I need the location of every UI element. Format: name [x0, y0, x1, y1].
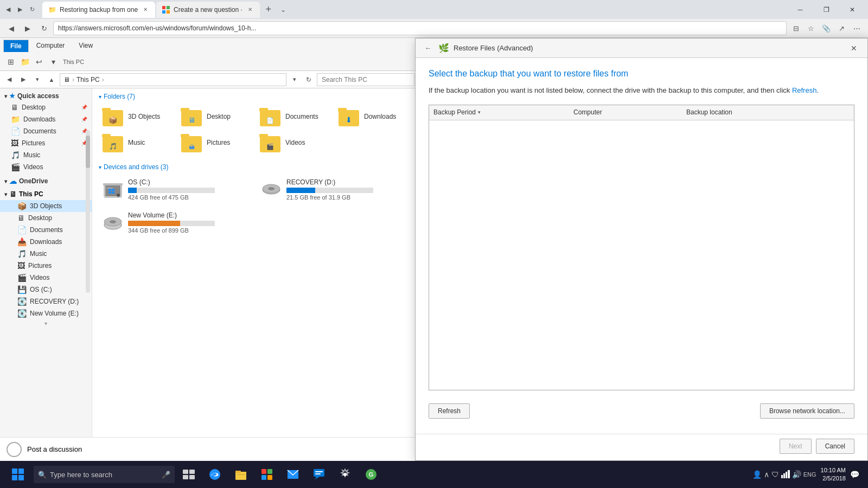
tab2-close[interactable]: ✕: [246, 5, 254, 14]
sidebar-item-newe[interactable]: 💽 New Volume (E:): [0, 307, 92, 319]
drive-d[interactable]: RECOVERY (D:) 21.5 GB free of 31.9 GB: [257, 175, 411, 204]
minimize-button[interactable]: ─: [788, 2, 813, 18]
exp-up-button[interactable]: ▲: [46, 74, 58, 86]
col-backup-period-header[interactable]: Backup Period ▾: [433, 108, 569, 116]
sidebar-item-3dobjects[interactable]: 📦 3D Objects: [0, 200, 92, 212]
sidebar-scroll-down[interactable]: ▾: [0, 319, 92, 328]
breadcrumb-bar[interactable]: 🖥 › This PC ›: [60, 73, 286, 86]
folder-documents[interactable]: 📄 Documents: [256, 105, 333, 129]
taskbar-file-explorer[interactable]: [229, 463, 253, 486]
tray-security-icon[interactable]: 🛡: [771, 470, 779, 479]
sidebar-item-pc-desktop[interactable]: 🖥 Desktop: [0, 212, 92, 224]
dropdown-icon[interactable]: ▾: [47, 55, 60, 68]
sidebar-item-music[interactable]: 🎵 Music: [0, 149, 92, 161]
folder-3dobjects[interactable]: 📦 3D Objects: [99, 105, 175, 129]
breadcrumb-this-pc[interactable]: This PC: [76, 76, 100, 84]
folder-videos[interactable]: 🎬 Videos: [256, 131, 333, 155]
browser-forward-icon[interactable]: ▶: [15, 5, 25, 15]
taskbar-task-view[interactable]: [177, 463, 201, 486]
onedrive-header[interactable]: ▾ ☁ OneDrive: [0, 175, 92, 187]
share-icon[interactable]: ↗: [834, 21, 848, 35]
browser-tab-2[interactable]: Create a new question · ✕: [156, 2, 260, 18]
sidebar-item-downloads[interactable]: 📁 Downloads 📌: [0, 113, 92, 125]
folder-downloads[interactable]: ⬇ Downloads: [335, 105, 411, 129]
dialog-back-button[interactable]: ←: [422, 42, 434, 54]
browser-tab-1[interactable]: 📁 Restoring backup from one ✕: [42, 2, 155, 18]
nav-refresh-button[interactable]: ↻: [37, 21, 51, 35]
this-pc-header[interactable]: ▾ 🖥 This PC: [0, 188, 92, 200]
tray-notification-icon[interactable]: 💬: [850, 470, 859, 479]
taskbar-messaging[interactable]: [307, 463, 331, 486]
sidebar-item-pc-documents[interactable]: 📄 Documents: [0, 224, 92, 236]
favorites-icon[interactable]: ☆: [804, 21, 818, 35]
more-icon[interactable]: ⋯: [850, 21, 864, 35]
reading-list-icon[interactable]: ⊟: [789, 21, 803, 35]
ribbon-tab-view[interactable]: View: [72, 40, 99, 52]
new-folder-icon[interactable]: 📁: [18, 55, 31, 68]
sidebar-item-pc-downloads[interactable]: 📥 Downloads: [0, 236, 92, 248]
quick-access-header[interactable]: ▾ ★ Quick access: [0, 91, 92, 101]
undo-icon[interactable]: ↩: [33, 55, 46, 68]
sidebar-item-documents[interactable]: 📄 Documents 📌: [0, 125, 92, 137]
sidebar-item-recoveryd[interactable]: 💽 RECOVERY (D:): [0, 296, 92, 307]
ribbon-tab-computer[interactable]: Computer: [30, 40, 72, 52]
start-button[interactable]: [4, 463, 31, 486]
sidebar-item-videos[interactable]: 🎬 Videos: [0, 161, 92, 173]
drive-e[interactable]: New Volume (E:) 344 GB free of 899 GB: [99, 208, 253, 237]
taskbar-store[interactable]: [255, 463, 279, 486]
drives-section-header[interactable]: ▾ Devices and drives (3): [99, 163, 411, 171]
nav-forward-button[interactable]: ▶: [21, 21, 35, 35]
taskbar-green-app[interactable]: G: [359, 463, 383, 486]
sidebar-item-pc-pictures[interactable]: 🖼 Pictures: [0, 260, 92, 272]
tray-expand-icon[interactable]: ∧: [764, 470, 769, 479]
browser-refresh-icon[interactable]: ↻: [27, 5, 37, 15]
col-location-header[interactable]: Backup location: [686, 108, 850, 116]
browse-network-button[interactable]: Browse network location...: [760, 403, 854, 419]
new-tab-button[interactable]: +: [261, 2, 276, 17]
bookmark-icon[interactable]: 📎: [819, 21, 833, 35]
maximize-button[interactable]: ❐: [814, 2, 839, 18]
next-button[interactable]: Next: [780, 439, 812, 454]
col-computer-header[interactable]: Computer: [573, 108, 682, 116]
desc-refresh-link[interactable]: Refresh: [792, 86, 817, 94]
taskbar-settings[interactable]: [333, 463, 357, 486]
sidebar-item-pc-music[interactable]: 🎵 Music: [0, 248, 92, 260]
exp-dropdown-button[interactable]: ▾: [31, 74, 43, 86]
sidebar-item-desktop[interactable]: 🖥 Desktop 📌: [0, 101, 92, 113]
folders-section-header[interactable]: ▾ Folders (7): [99, 93, 411, 100]
exp-dropdown2-button[interactable]: ▾: [289, 74, 301, 86]
taskbar-mail[interactable]: [281, 463, 305, 486]
sidebar-item-osc[interactable]: 💾 OS (C:): [0, 284, 92, 296]
microphone-icon[interactable]: 🎤: [162, 471, 170, 479]
dialog-close-button[interactable]: ✕: [847, 41, 861, 55]
nav-back-button[interactable]: ◀: [4, 21, 18, 35]
close-button[interactable]: ✕: [840, 2, 865, 18]
cancel-button[interactable]: Cancel: [816, 439, 854, 454]
folder-pictures[interactable]: 🏔 Pictures: [177, 131, 254, 155]
folder-music[interactable]: 🎵 Music: [99, 131, 175, 155]
sidebar-item-pc-videos[interactable]: 🎬 Videos: [0, 272, 92, 284]
tray-network-icon[interactable]: [781, 470, 790, 480]
folder-desktop[interactable]: 🖥 Desktop: [177, 105, 254, 129]
exp-search-input[interactable]: [317, 73, 414, 86]
tab-menu-button[interactable]: ⌄: [277, 4, 289, 16]
tray-language-icon[interactable]: ENG: [803, 471, 816, 478]
sidebar-item-pictures[interactable]: 🖼 Pictures 📌: [0, 137, 92, 149]
tray-volume-icon[interactable]: 🔊: [792, 470, 801, 479]
exp-refresh-button[interactable]: ↻: [303, 74, 315, 86]
exp-back-button[interactable]: ◀: [3, 74, 15, 86]
refresh-button[interactable]: Refresh: [429, 403, 470, 419]
drive-c[interactable]: OS (C:) 424 GB free of 475 GB: [99, 175, 253, 204]
ribbon-tab-file[interactable]: File: [3, 40, 29, 53]
exp-forward-button[interactable]: ▶: [17, 74, 29, 86]
properties-icon[interactable]: ⊞: [4, 55, 17, 68]
windows-logo: [12, 468, 24, 480]
taskbar-search[interactable]: 🔍 Type here to search 🎤: [34, 466, 175, 483]
taskbar-edge[interactable]: [203, 463, 227, 486]
tray-people-icon[interactable]: 👤: [752, 470, 762, 479]
browser-back-icon[interactable]: ◀: [3, 5, 13, 15]
browser-address-bar[interactable]: [53, 21, 787, 35]
post-text[interactable]: Post a discussion: [27, 445, 82, 453]
tab1-close[interactable]: ✕: [141, 5, 150, 14]
taskbar-clock[interactable]: 10:10 AM 2/5/2018: [821, 466, 846, 483]
